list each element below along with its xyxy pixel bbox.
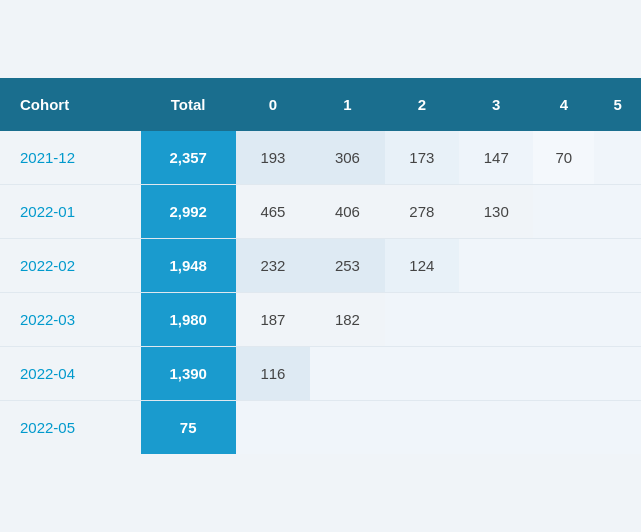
cohort-link[interactable]: 2022-02 bbox=[20, 257, 75, 274]
cohort-cell: 2021-12 bbox=[0, 131, 141, 185]
header-2: 2 bbox=[385, 78, 459, 131]
value-cell bbox=[533, 293, 594, 347]
cohort-cell: 2022-04 bbox=[0, 347, 141, 401]
cohort-link[interactable]: 2022-01 bbox=[20, 203, 75, 220]
cohort-table: Cohort Total 0 1 2 3 4 5 2021-122,357193… bbox=[0, 78, 641, 454]
cohort-table-container: Cohort Total 0 1 2 3 4 5 2021-122,357193… bbox=[0, 78, 641, 454]
total-cell: 1,980 bbox=[141, 293, 236, 347]
value-cell bbox=[533, 239, 594, 293]
cohort-cell: 2022-03 bbox=[0, 293, 141, 347]
value-cell bbox=[594, 401, 641, 455]
value-cell bbox=[459, 293, 533, 347]
value-cell: 182 bbox=[310, 293, 384, 347]
value-cell: 232 bbox=[236, 239, 310, 293]
table-row: 2021-122,35719330617314770 bbox=[0, 131, 641, 185]
header-total: Total bbox=[141, 78, 236, 131]
total-cell: 75 bbox=[141, 401, 236, 455]
cohort-link[interactable]: 2022-03 bbox=[20, 311, 75, 328]
value-cell: 306 bbox=[310, 131, 384, 185]
value-cell: 187 bbox=[236, 293, 310, 347]
value-cell bbox=[459, 239, 533, 293]
total-cell: 1,390 bbox=[141, 347, 236, 401]
value-cell bbox=[459, 347, 533, 401]
cohort-cell: 2022-05 bbox=[0, 401, 141, 455]
header-cohort: Cohort bbox=[0, 78, 141, 131]
value-cell: 253 bbox=[310, 239, 384, 293]
value-cell bbox=[594, 239, 641, 293]
value-cell bbox=[594, 293, 641, 347]
cohort-link[interactable]: 2021-12 bbox=[20, 149, 75, 166]
value-cell bbox=[310, 347, 384, 401]
value-cell: 124 bbox=[385, 239, 459, 293]
cohort-link[interactable]: 2022-05 bbox=[20, 419, 75, 436]
value-cell: 406 bbox=[310, 185, 384, 239]
header-5: 5 bbox=[594, 78, 641, 131]
value-cell: 70 bbox=[533, 131, 594, 185]
value-cell: 193 bbox=[236, 131, 310, 185]
value-cell bbox=[236, 401, 310, 455]
value-cell: 278 bbox=[385, 185, 459, 239]
header-4: 4 bbox=[533, 78, 594, 131]
value-cell bbox=[310, 401, 384, 455]
value-cell bbox=[385, 293, 459, 347]
header-3: 3 bbox=[459, 78, 533, 131]
cohort-cell: 2022-02 bbox=[0, 239, 141, 293]
total-cell: 2,357 bbox=[141, 131, 236, 185]
value-cell: 147 bbox=[459, 131, 533, 185]
value-cell bbox=[459, 401, 533, 455]
header-1: 1 bbox=[310, 78, 384, 131]
table-row: 2022-021,948232253124 bbox=[0, 239, 641, 293]
total-cell: 1,948 bbox=[141, 239, 236, 293]
header-0: 0 bbox=[236, 78, 310, 131]
table-row: 2022-041,390116 bbox=[0, 347, 641, 401]
value-cell: 465 bbox=[236, 185, 310, 239]
table-row: 2022-031,980187182 bbox=[0, 293, 641, 347]
value-cell bbox=[594, 347, 641, 401]
value-cell bbox=[533, 347, 594, 401]
value-cell bbox=[385, 401, 459, 455]
value-cell bbox=[385, 347, 459, 401]
value-cell bbox=[533, 185, 594, 239]
cohort-cell: 2022-01 bbox=[0, 185, 141, 239]
table-header-row: Cohort Total 0 1 2 3 4 5 bbox=[0, 78, 641, 131]
value-cell: 173 bbox=[385, 131, 459, 185]
table-row: 2022-0575 bbox=[0, 401, 641, 455]
cohort-link[interactable]: 2022-04 bbox=[20, 365, 75, 382]
total-cell: 2,992 bbox=[141, 185, 236, 239]
value-cell: 130 bbox=[459, 185, 533, 239]
value-cell bbox=[594, 185, 641, 239]
table-row: 2022-012,992465406278130 bbox=[0, 185, 641, 239]
value-cell bbox=[594, 131, 641, 185]
value-cell bbox=[533, 401, 594, 455]
value-cell: 116 bbox=[236, 347, 310, 401]
